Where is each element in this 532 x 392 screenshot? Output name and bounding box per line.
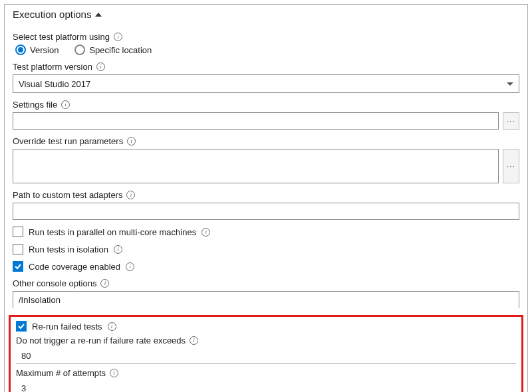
select-value: Visual Studio 2017 bbox=[19, 79, 90, 89]
rerun-label: Re-run failed tests bbox=[32, 322, 102, 332]
radio-label: Specific location bbox=[89, 45, 152, 55]
radio-version[interactable]: Version bbox=[15, 45, 59, 55]
rerun-row: Re-run failed tests bbox=[16, 321, 516, 332]
override-params-label: Override test run parameters bbox=[13, 136, 123, 146]
execution-options-panel: Execution options Select test platform u… bbox=[4, 4, 528, 392]
rerun-checkbox[interactable] bbox=[16, 321, 27, 332]
rerun-highlight-box: Re-run failed tests Do not trigger a re-… bbox=[9, 315, 523, 392]
platform-version-label: Test platform version bbox=[13, 62, 92, 72]
info-icon[interactable] bbox=[126, 262, 134, 271]
platform-select-label-row: Select test platform using bbox=[13, 32, 519, 42]
check-icon bbox=[17, 322, 25, 330]
info-icon[interactable] bbox=[126, 191, 135, 199]
failure-rate-input[interactable]: 80 bbox=[16, 348, 516, 364]
check-icon bbox=[14, 262, 22, 270]
radio-specific-location[interactable]: Specific location bbox=[74, 45, 152, 55]
code-coverage-label: Code coverage enabled bbox=[29, 262, 120, 272]
info-icon[interactable] bbox=[127, 137, 136, 146]
section-title: Execution options bbox=[13, 9, 91, 20]
settings-file-label-row: Settings file bbox=[13, 100, 519, 110]
settings-file-input[interactable] bbox=[13, 112, 499, 130]
platform-radio-group: Version Specific location bbox=[15, 45, 519, 55]
chevron-down-icon bbox=[507, 82, 513, 86]
max-attempts-label-row: Maximum # of attempts bbox=[16, 368, 516, 378]
platform-select-label: Select test platform using bbox=[13, 32, 110, 42]
radio-label: Version bbox=[30, 45, 59, 55]
other-console-label: Other console options bbox=[13, 278, 96, 288]
parallel-row: Run tests in parallel on multi-core mach… bbox=[13, 227, 519, 237]
isolation-checkbox[interactable] bbox=[13, 244, 23, 254]
radio-icon bbox=[74, 45, 85, 55]
failure-rate-label-row: Do not trigger a re-run if failure rate … bbox=[16, 336, 516, 345]
platform-version-select[interactable]: Visual Studio 2017 bbox=[13, 74, 519, 93]
failure-rate-label: Do not trigger a re-run if failure rate … bbox=[16, 336, 186, 345]
info-icon[interactable] bbox=[108, 322, 116, 331]
info-icon[interactable] bbox=[100, 279, 109, 288]
max-attempts-label: Maximum # of attempts bbox=[16, 368, 106, 378]
isolation-label: Run tests in isolation bbox=[29, 245, 108, 254]
other-console-input[interactable]: /InIsolation bbox=[13, 291, 519, 308]
info-icon[interactable] bbox=[114, 245, 122, 254]
parallel-label: Run tests in parallel on multi-core mach… bbox=[29, 227, 196, 237]
settings-file-browse-button[interactable]: ··· bbox=[503, 112, 519, 130]
max-attempts-input[interactable]: 3 bbox=[16, 381, 516, 392]
override-params-input[interactable] bbox=[13, 149, 499, 183]
custom-adapters-label-row: Path to custom test adapters bbox=[13, 190, 519, 200]
override-params-label-row: Override test run parameters bbox=[13, 136, 519, 146]
isolation-row: Run tests in isolation bbox=[13, 244, 519, 254]
info-icon[interactable] bbox=[96, 62, 105, 71]
custom-adapters-label: Path to custom test adapters bbox=[13, 190, 122, 200]
platform-version-label-row: Test platform version bbox=[13, 62, 519, 72]
custom-adapters-input[interactable] bbox=[13, 203, 519, 220]
info-icon[interactable] bbox=[190, 336, 198, 345]
info-icon[interactable] bbox=[61, 100, 70, 109]
info-icon[interactable] bbox=[110, 369, 118, 377]
parallel-checkbox[interactable] bbox=[13, 227, 23, 237]
other-console-label-row: Other console options bbox=[13, 278, 519, 288]
settings-file-label: Settings file bbox=[13, 100, 57, 110]
info-icon[interactable] bbox=[201, 228, 210, 237]
radio-icon bbox=[15, 45, 26, 55]
section-header[interactable]: Execution options bbox=[13, 9, 519, 25]
code-coverage-checkbox[interactable] bbox=[13, 261, 23, 272]
override-params-expand-button[interactable]: ··· bbox=[503, 149, 519, 183]
info-icon[interactable] bbox=[114, 33, 122, 41]
code-coverage-row: Code coverage enabled bbox=[13, 261, 519, 272]
chevron-up-icon bbox=[95, 13, 102, 17]
